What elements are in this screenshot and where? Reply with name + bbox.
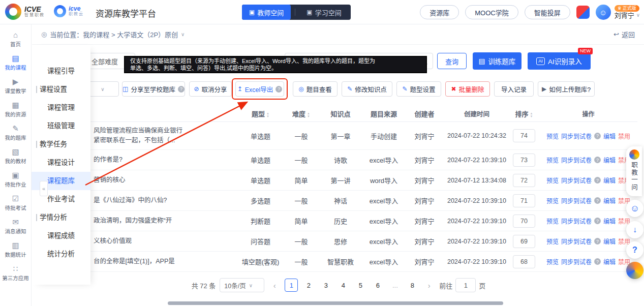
- preview-link[interactable]: 预览: [546, 196, 559, 205]
- submenu-item-statistical-analysis[interactable]: 统计分析: [32, 245, 90, 263]
- help-icon[interactable]: ?: [594, 133, 601, 139]
- prev-page-button[interactable]: ‹: [268, 281, 281, 290]
- import-records-button[interactable]: 导入记录: [494, 81, 534, 97]
- share-to-school-bank-button[interactable]: ◫ 分享至学校题库 ?: [122, 81, 185, 97]
- excel-export-button[interactable]: ↥ Excel导出 ?: [235, 81, 284, 97]
- sync-to-paper-link[interactable]: 同步到试卷: [561, 176, 592, 185]
- help-icon[interactable]: ?: [594, 238, 601, 244]
- submenu-item-class-management[interactable]: 班级管理: [32, 117, 90, 135]
- submenu-item-course-management[interactable]: 课程管理: [32, 99, 90, 117]
- page-button-6[interactable]: 6: [371, 279, 384, 292]
- download-icon[interactable]: ↓: [626, 221, 643, 238]
- help-icon[interactable]: ?: [594, 177, 601, 183]
- sort-order-input[interactable]: [513, 129, 535, 142]
- page-button-3[interactable]: 3: [319, 279, 332, 292]
- chat-assistant-icon[interactable]: ☺: [626, 200, 643, 217]
- sort-order-input[interactable]: [513, 174, 535, 187]
- submenu-item-course-grades[interactable]: 课程成绩: [32, 227, 90, 245]
- cancel-share-button[interactable]: ⊘ 取消分享: [189, 81, 232, 97]
- help-icon[interactable]: ?: [178, 86, 185, 93]
- sidebar-item-my-resources[interactable]: ▦我的资源: [0, 98, 31, 121]
- sidebar-item-pending-exams[interactable]: ☑待批考试: [0, 191, 31, 215]
- help-circle-icon[interactable]: ?: [626, 241, 643, 259]
- promo-icon[interactable]: [626, 262, 643, 279]
- ai-recognition-button[interactable]: AI AI识别录入 NEW: [528, 52, 591, 70]
- edit-link[interactable]: 编辑: [603, 217, 616, 225]
- breadcrumb-path[interactable]: 我的课程 > 大学语文（2P）原创: [83, 29, 178, 39]
- zhijiao-assistant-tab[interactable]: 职教一问: [626, 146, 642, 196]
- sidebar-item-statistics[interactable]: ▥数据统计: [0, 238, 31, 261]
- preview-link[interactable]: 预览: [546, 217, 559, 225]
- tab-teacher-space[interactable]: ▣ 教师空间: [242, 5, 291, 20]
- sync-to-paper-link[interactable]: 同步到试卷: [561, 237, 592, 246]
- sidebar-item-my-textbooks[interactable]: ▧我的教材: [0, 144, 31, 168]
- sort-icon[interactable]: ▲▼: [530, 112, 533, 118]
- preview-link[interactable]: 预览: [546, 257, 559, 266]
- edit-link[interactable]: 编辑: [603, 156, 616, 164]
- sync-to-paper-link[interactable]: 同步到试卷: [561, 156, 592, 164]
- batch-delete-button[interactable]: ✖ 批量删除: [445, 81, 490, 97]
- column-header-difficulty[interactable]: 难度▲▼: [285, 109, 318, 118]
- help-icon[interactable]: ?: [594, 157, 601, 163]
- sort-order-input[interactable]: [513, 194, 535, 207]
- question-type-settings-button[interactable]: ✎ 题型设置: [396, 81, 441, 97]
- edit-link[interactable]: 编辑: [603, 257, 616, 266]
- more-pages-icon[interactable]: ...: [388, 279, 402, 292]
- smart-cast-button[interactable]: 智能投屏: [525, 5, 570, 19]
- back-button[interactable]: ↩ 返回: [614, 29, 635, 39]
- preview-link[interactable]: 预览: [546, 156, 559, 164]
- training-bank-button[interactable]: ▤ 训练题库: [473, 52, 522, 70]
- app-center-icon[interactable]: [576, 6, 590, 19]
- resource-library-button[interactable]: 资源库: [420, 5, 459, 19]
- mooc-college-button[interactable]: MOOC学院: [465, 5, 518, 19]
- edit-link[interactable]: 编辑: [603, 237, 616, 246]
- submenu-item-course-design[interactable]: 课程设计: [32, 154, 90, 172]
- sidebar-item-my-courses[interactable]: ▤我的课程: [0, 51, 31, 74]
- column-header-sort[interactable]: 排序▲▼: [509, 109, 539, 118]
- how-to-upload-button[interactable]: ▶ 如何上传题库?: [538, 81, 595, 97]
- disable-link[interactable]: 禁用: [618, 132, 630, 140]
- sidebar-item-my-question-bank[interactable]: ✎我的题库: [0, 121, 31, 144]
- sort-order-input[interactable]: [513, 235, 535, 248]
- course-dropdown-icon[interactable]: ∨: [181, 32, 185, 37]
- bulk-action-dropdown[interactable]: ∨: [86, 81, 119, 97]
- next-page-button[interactable]: ›: [423, 281, 435, 290]
- sync-to-paper-link[interactable]: 同步到试卷: [561, 132, 592, 140]
- collapse-submenu-button[interactable]: «: [40, 181, 48, 196]
- column-header-type[interactable]: 题型▲▼: [236, 109, 285, 118]
- page-size-select[interactable]: 10条/页 ∨: [220, 278, 264, 292]
- sort-order-input[interactable]: [513, 215, 535, 228]
- help-icon[interactable]: ?: [594, 258, 601, 265]
- page-button-8[interactable]: 8: [406, 279, 419, 292]
- sync-to-paper-link[interactable]: 同步到试卷: [561, 257, 592, 266]
- sort-order-input[interactable]: [513, 154, 535, 167]
- sort-order-input[interactable]: [513, 255, 535, 268]
- user-menu[interactable]: ☺ ♛ 正式版 刘宵宁 ∨: [596, 5, 640, 20]
- preview-link[interactable]: 预览: [546, 237, 559, 246]
- sidebar-item-notifications[interactable]: ✉消息通知: [0, 215, 31, 238]
- submenu-item-course-guide[interactable]: 课程引导: [32, 62, 90, 80]
- sidebar-item-third-party[interactable]: ∷第三方应用: [0, 261, 31, 285]
- horizontal-scrollbar[interactable]: [168, 301, 503, 305]
- sidebar-item-pending-homework[interactable]: ▣待批作业: [0, 168, 31, 191]
- sync-to-paper-link[interactable]: 同步到试卷: [561, 196, 592, 205]
- page-button-1[interactable]: 1: [285, 279, 298, 292]
- help-icon[interactable]: ?: [594, 197, 601, 204]
- sidebar-item-home[interactable]: ⌂首页: [0, 27, 31, 51]
- edit-knowledge-point-button[interactable]: ✎ 修改知识点: [342, 81, 392, 97]
- query-button[interactable]: 查询: [437, 53, 467, 69]
- sort-icon[interactable]: ▲▼: [307, 112, 310, 118]
- sort-icon[interactable]: ▲▼: [266, 112, 269, 118]
- edit-link[interactable]: 编辑: [603, 132, 616, 140]
- sidebar-item-classroom[interactable]: ▶课堂教学: [0, 74, 31, 98]
- question-view-button[interactable]: ◎ 题目查看: [293, 81, 338, 97]
- page-button-4[interactable]: 4: [336, 279, 350, 292]
- help-icon[interactable]: ?: [594, 218, 601, 224]
- edit-link[interactable]: 编辑: [603, 176, 616, 185]
- sync-to-paper-link[interactable]: 同步到试卷: [561, 217, 592, 225]
- goto-page-input[interactable]: [455, 278, 476, 292]
- edit-link[interactable]: 编辑: [603, 196, 616, 205]
- help-icon[interactable]: ?: [275, 86, 282, 93]
- preview-link[interactable]: 预览: [546, 132, 559, 140]
- page-button-5[interactable]: 5: [354, 279, 367, 292]
